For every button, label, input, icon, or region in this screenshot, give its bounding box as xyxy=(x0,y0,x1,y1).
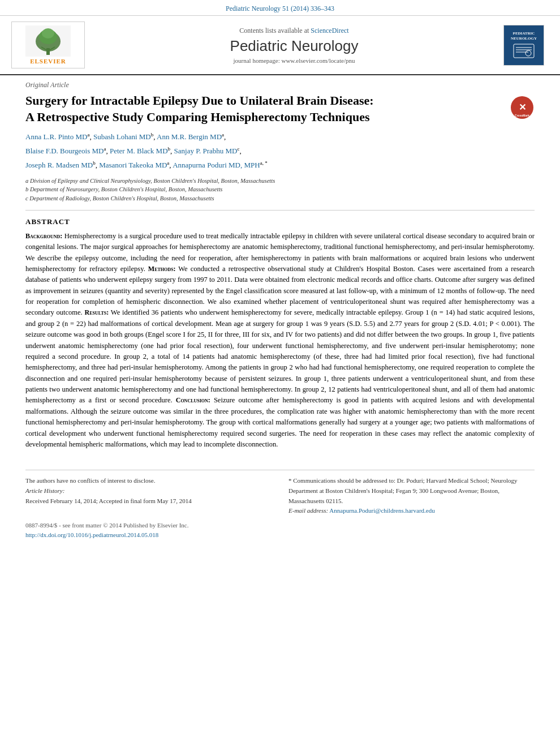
doi-link[interactable]: http://dx.doi.org/10.1016/j.pediatrneuro… xyxy=(25,531,158,538)
author-sanjay: Sanjay P. Prabhu MD xyxy=(174,147,238,156)
header-center: Contents lists available at ScienceDirec… xyxy=(85,27,503,64)
svg-rect-7 xyxy=(514,44,534,58)
svg-text:CrossMark: CrossMark xyxy=(515,114,529,117)
authors-line-1: Anna L.R. Pinto MDa, Subash Lohani MDb, … xyxy=(25,131,535,143)
author-subash: Subash Lohani MD xyxy=(93,133,151,141)
elsevier-wordmark: ELSEVIER xyxy=(30,58,66,65)
author-peter: Peter M. Black MD xyxy=(110,147,168,156)
author-joseph: Joseph R. Madsen MD xyxy=(25,161,93,170)
page-footer: The authors have no conflicts of interes… xyxy=(25,470,535,516)
svg-text:✕: ✕ xyxy=(519,102,526,112)
article-type: Original Article xyxy=(25,81,535,89)
copyright-text: 0887-8994/$ - see front matter © 2014 Pu… xyxy=(25,521,535,531)
methods-label: Methods: xyxy=(148,265,176,273)
email-line: E-mail address: Annapurna.Poduri@childre… xyxy=(288,506,535,516)
authors-line-2: Blaise F.D. Bourgeois MDa, Peter M. Blac… xyxy=(25,145,535,157)
svg-point-4 xyxy=(42,28,54,38)
pn-logo-area: PEDIATRIC NEUROLOGY xyxy=(503,25,549,66)
author-ann: Ann M.R. Bergin MD xyxy=(157,133,222,141)
email-link[interactable]: Annapurna.Poduri@childrens.harvard.edu xyxy=(329,507,434,514)
background-label: Background: xyxy=(25,232,62,240)
journal-title-main: Pediatric Neurology xyxy=(96,37,492,55)
author-blaise: Blaise F.D. Bourgeois MD xyxy=(25,147,104,156)
affiliations: a Division of Epilepsy and Clinical Neur… xyxy=(25,177,535,203)
article-content: Original Article Surgery for Intractable… xyxy=(0,75,560,461)
abstract-section: Abstract Background: Hemispherectomy is … xyxy=(25,217,535,450)
page-wrapper: Pediatric Neurology 51 (2014) 336–343 xyxy=(0,0,560,747)
svg-point-11 xyxy=(525,50,531,56)
article-title-block: Surgery for Intractable Epilepsy Due to … xyxy=(25,93,535,125)
sciencedirect-link[interactable]: ScienceDirect xyxy=(311,27,348,35)
affiliation-a: a Division of Epilepsy and Clinical Neur… xyxy=(25,177,535,186)
article-title-line1: Surgery for Intractable Epilepsy Due to … xyxy=(25,93,374,108)
author-masanori: Masanori Takeoka MD xyxy=(99,161,167,170)
pn-logo-line1: PEDIATRIC xyxy=(511,31,537,36)
abstract-title: Abstract xyxy=(25,217,535,226)
pn-logo-box: PEDIATRIC NEUROLOGY xyxy=(503,25,544,66)
journal-homepage: journal homepage: www.elsevier.com/locat… xyxy=(96,57,492,64)
correspondence-text: * Communications should be addressed to:… xyxy=(288,476,535,506)
results-text: We identified 36 patients who underwent … xyxy=(25,308,535,404)
authors-line-3: Joseph R. Madsen MDb, Masanori Takeoka M… xyxy=(25,159,535,171)
footer-left: The authors have no conflicts of interes… xyxy=(25,476,272,516)
journal-top-bar: Pediatric Neurology 51 (2014) 336–343 xyxy=(0,0,560,16)
article-title-line2: A Retrospective Study Comparing Hemisphe… xyxy=(25,110,369,124)
affiliation-b: b Department of Neurosurgery, Boston Chi… xyxy=(25,185,535,194)
article-history-label: Article History: xyxy=(25,486,272,496)
elsevier-logo-area: ELSEVIER xyxy=(11,22,85,68)
conclusion-label: Conclusion: xyxy=(176,396,210,404)
journal-reference: Pediatric Neurology 51 (2014) 336–343 xyxy=(226,5,334,12)
divider-1 xyxy=(25,210,535,211)
crossmark-icon: ✕ CrossMark xyxy=(510,95,535,120)
elsevier-tree-icon xyxy=(25,25,71,57)
affiliation-c: c Department of Radiology, Boston Childr… xyxy=(25,194,535,203)
article-title-text: Surgery for Intractable Epilepsy Due to … xyxy=(25,93,510,125)
conflicts-text: The authors have no conflicts of interes… xyxy=(25,476,272,486)
author-anna: Anna L.R. Pinto MD xyxy=(25,133,87,141)
received-text: Received February 14, 2014; Accepted in … xyxy=(25,496,272,506)
pn-logo-icon xyxy=(512,43,535,59)
elsevier-logo-box: ELSEVIER xyxy=(11,22,85,68)
footer-right: * Communications should be addressed to:… xyxy=(288,476,535,516)
sciencedirect-line: Contents lists available at ScienceDirec… xyxy=(96,27,492,35)
doi-line: http://dx.doi.org/10.1016/j.pediatrneuro… xyxy=(25,530,535,540)
email-label: E-mail address: xyxy=(288,507,328,514)
author-annapurna: Annapurna Poduri MD, MPH xyxy=(173,161,260,170)
crossmark-badge[interactable]: ✕ CrossMark xyxy=(510,95,535,120)
results-label: Results: xyxy=(85,308,109,316)
abstract-text: Background: Hemispherectomy is a surgica… xyxy=(25,231,535,450)
pn-logo-line2: NEUROLOGY xyxy=(511,36,537,41)
elsevier-header: ELSEVIER Contents lists available at Sci… xyxy=(0,16,560,75)
footer-bottom: 0887-8994/$ - see front matter © 2014 Pu… xyxy=(25,521,535,540)
